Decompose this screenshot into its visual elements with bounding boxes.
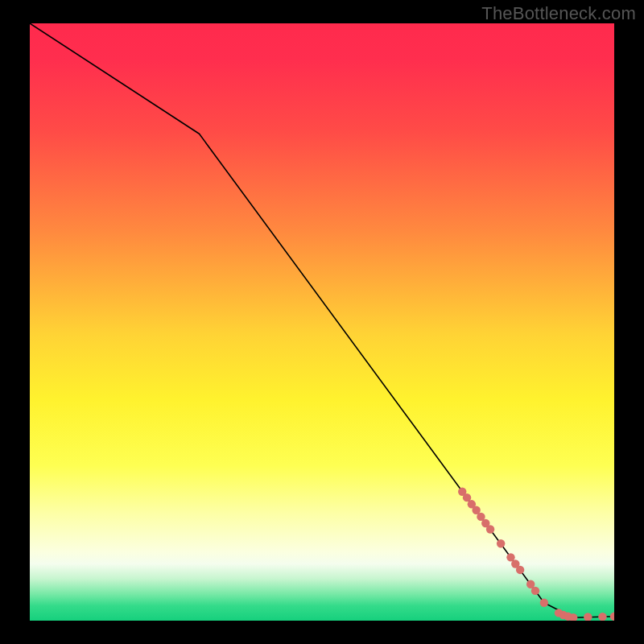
highlight-dot	[531, 587, 539, 595]
watermark-text: TheBottleneck.com	[481, 3, 636, 24]
highlight-dot	[486, 525, 494, 533]
highlight-dot	[497, 539, 505, 547]
gradient-background	[30, 23, 614, 621]
highlight-dot	[540, 599, 548, 607]
highlight-dot	[598, 613, 606, 621]
plot-area	[30, 23, 614, 621]
chart-stage: TheBottleneck.com	[0, 0, 644, 644]
highlight-dot	[516, 566, 524, 574]
chart-svg	[30, 23, 614, 621]
